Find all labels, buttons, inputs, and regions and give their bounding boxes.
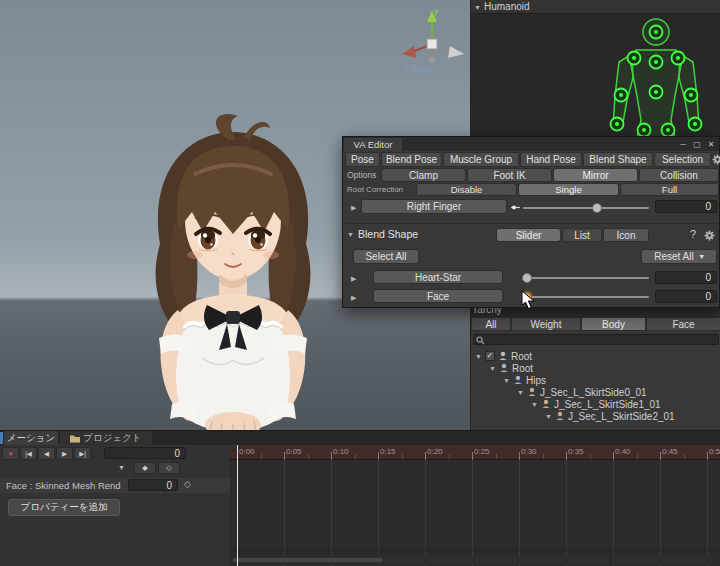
prev-key-button[interactable]: ◀: [38, 447, 55, 460]
foldout-caret-icon[interactable]: ▼: [475, 353, 482, 360]
right-finger-knob[interactable]: [592, 203, 602, 213]
heart-star-button[interactable]: Heart-Star: [373, 270, 503, 284]
foldout-caret-icon[interactable]: ▼: [503, 377, 510, 384]
h-scrollbar[interactable]: [232, 557, 716, 563]
view-tab-slider[interactable]: Slider: [496, 228, 561, 242]
root-full[interactable]: Full: [620, 183, 719, 196]
face-slider[interactable]: [523, 296, 649, 298]
right-finger-button[interactable]: Right Finger: [361, 199, 507, 214]
tab-project[interactable]: プロジェクト: [60, 431, 152, 445]
va-editor-titlebar[interactable]: VA Editor ─ ▢ ✕: [343, 137, 719, 151]
foldout-caret-icon[interactable]: ▼: [517, 389, 524, 396]
root-correction-label: Root Correction: [347, 185, 403, 194]
hierarchy-tab-all[interactable]: All: [471, 317, 511, 331]
animation-panel: メーション プロジェクト ● |◀ ◀ ▶ ▶| 0 ▼ ◆ ◇ 0:00 0:…: [0, 430, 720, 566]
tick-label: 0:15: [380, 447, 396, 456]
tree-item-skirt1[interactable]: ▼ J_Sec_L_SkirtSide1_01: [531, 398, 661, 410]
heart-star-foldout-icon[interactable]: ▶: [351, 275, 356, 283]
tab-animation[interactable]: メーション: [4, 431, 58, 445]
view-tab-icon[interactable]: Icon: [603, 228, 649, 242]
tab-muscle-group[interactable]: Muscle Group: [443, 152, 519, 167]
property-label: Face : Skinned Mesh Rend: [6, 480, 121, 491]
option-mirror[interactable]: Mirror: [553, 168, 638, 182]
heart-star-knob[interactable]: [522, 273, 532, 283]
scene-gizmo[interactable]: [396, 4, 468, 66]
play-button[interactable]: ▶: [56, 447, 73, 460]
panel-focus-accent: [0, 432, 3, 444]
property-keyframe-icon[interactable]: ◇: [184, 479, 191, 489]
heart-star-slider[interactable]: [523, 277, 649, 279]
select-all-button[interactable]: Select All: [353, 249, 419, 264]
tab-hand-pose[interactable]: Hand Pose: [520, 152, 582, 167]
hierarchy-search-input[interactable]: [473, 334, 719, 345]
tree-item-root[interactable]: ▼ ✓ Root: [475, 350, 532, 362]
tree-item-hips[interactable]: ▼ Hips: [503, 374, 546, 386]
mouse-cursor: [521, 290, 536, 309]
heart-star-value[interactable]: 0: [655, 271, 717, 284]
root-disable[interactable]: Disable: [416, 183, 517, 196]
add-keyframe-button[interactable]: ◆: [134, 462, 156, 474]
maximize-icon[interactable]: ▢: [691, 138, 703, 150]
hierarchy-tab-weight[interactable]: Weight: [511, 317, 581, 331]
option-clamp[interactable]: Clamp: [381, 168, 466, 182]
tab-selection[interactable]: Selection: [654, 152, 711, 167]
tree-item-root-child[interactable]: ▼ Root: [489, 362, 533, 374]
minimize-icon[interactable]: ─: [677, 138, 689, 150]
tick-label: 0:10: [333, 447, 349, 456]
foldout-caret-icon[interactable]: ▼: [531, 401, 538, 408]
gizmo-center-cube: [427, 39, 437, 49]
timeline-ruler[interactable]: 0:00 0:05 0:10 0:15 0:20 0:25 0:30 0:35 …: [230, 445, 720, 460]
mini-slider-icon: [511, 203, 520, 212]
tree-item-label: Root: [512, 363, 533, 374]
humanoid-foldout-icon[interactable]: ▼: [474, 4, 481, 11]
record-button[interactable]: ●: [2, 447, 19, 460]
playhead[interactable]: [237, 445, 238, 566]
blend-shape-gear-icon[interactable]: [704, 230, 715, 241]
close-icon[interactable]: ✕: [705, 138, 717, 150]
face-foldout-icon[interactable]: ▶: [351, 294, 356, 302]
tick-label: 0:30: [521, 447, 537, 456]
foldout-caret-icon[interactable]: ▼: [489, 365, 496, 372]
frame-input[interactable]: 0: [104, 447, 186, 459]
blend-shape-foldout-icon[interactable]: ▼: [347, 231, 354, 238]
tab-blend-pose[interactable]: Blend Pose: [381, 152, 442, 167]
folder-icon: [70, 434, 80, 443]
root-single[interactable]: Single: [518, 183, 619, 196]
face-button[interactable]: Face: [373, 289, 503, 303]
right-finger-foldout-icon[interactable]: ▶: [351, 204, 356, 212]
option-collision[interactable]: Collision: [639, 168, 719, 182]
tree-item-skirt0[interactable]: ▼ J_Sec_L_SkirtSide0_01: [517, 386, 647, 398]
option-foot-ik[interactable]: Foot IK: [467, 168, 552, 182]
tab-pose[interactable]: Pose: [345, 152, 380, 167]
view-tab-list[interactable]: List: [562, 228, 602, 242]
add-event-button[interactable]: ◇: [158, 462, 180, 474]
va-editor-title-tab[interactable]: VA Editor: [344, 138, 402, 151]
hierarchy-tab-body[interactable]: Body: [581, 317, 646, 331]
add-property-button[interactable]: プロパティーを追加: [8, 499, 120, 516]
tree-item-label: J_Sec_L_SkirtSide2_01: [568, 411, 675, 422]
help-icon[interactable]: ?: [690, 228, 696, 240]
va-editor-window[interactable]: VA Editor ─ ▢ ✕ Pose Blend Pose Muscle G…: [342, 136, 720, 308]
avatar-icon: [498, 351, 508, 361]
first-key-button[interactable]: |◀: [20, 447, 37, 460]
foldout-caret-icon[interactable]: ▼: [545, 413, 552, 420]
tree-item-skirt2[interactable]: ▼ J_Sec_L_SkirtSide2_01: [545, 410, 675, 422]
face-value[interactable]: 0: [655, 290, 717, 303]
hierarchy-tab-face[interactable]: Face: [646, 317, 720, 331]
tick-label: 0:20: [427, 447, 443, 456]
tab-blend-shape[interactable]: Blend Shape: [583, 152, 653, 167]
right-finger-value[interactable]: 0: [655, 200, 717, 213]
blend-shape-header: Blend Shape: [358, 228, 418, 240]
timeline-grid[interactable]: [230, 460, 720, 566]
property-row[interactable]: Face : Skinned Mesh Rend 0 ◇: [0, 478, 230, 493]
tabs-gear-icon[interactable]: [712, 154, 720, 165]
reset-all-dropdown[interactable]: Reset All▾: [641, 249, 717, 264]
tick-label: 0:05: [286, 447, 302, 456]
h-scrollbar-handle[interactable]: [233, 558, 383, 562]
next-key-button[interactable]: ▶|: [74, 447, 91, 460]
dopesheet-dropdown-caret[interactable]: ▼: [118, 464, 125, 471]
property-value[interactable]: 0: [128, 479, 178, 491]
visibility-checkbox[interactable]: ✓: [485, 351, 495, 361]
right-finger-slider[interactable]: [523, 207, 649, 209]
gizmo-front-label[interactable]: < Front: [404, 64, 433, 74]
